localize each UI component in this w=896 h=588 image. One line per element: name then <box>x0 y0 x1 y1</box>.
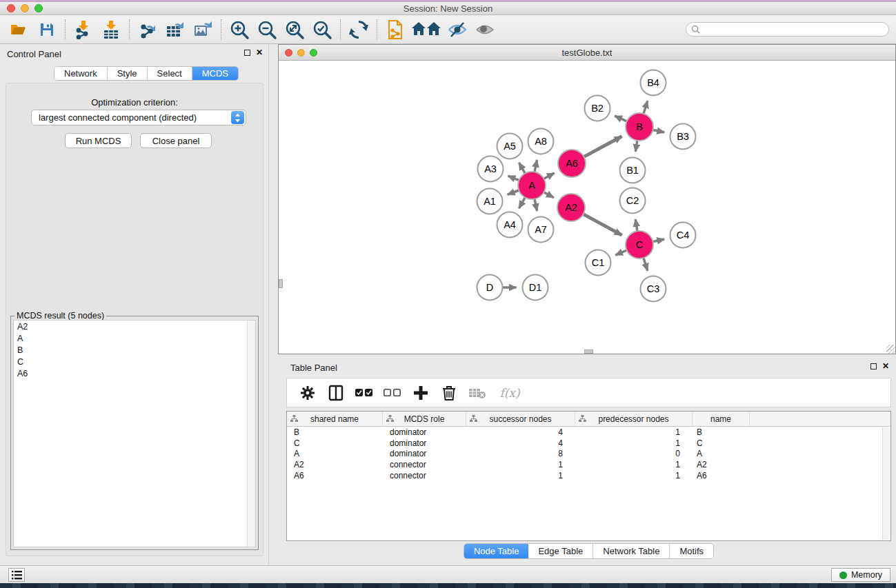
node-C4[interactable]: C4 <box>670 223 696 248</box>
home-icon[interactable] <box>411 19 441 41</box>
node-A1[interactable]: A1 <box>477 189 503 214</box>
zoom-out-icon[interactable] <box>255 19 279 41</box>
close-panel-icon[interactable]: ✕ <box>256 49 263 56</box>
cell[interactable]: A6 <box>287 471 383 480</box>
edge-A6-B[interactable] <box>582 136 622 158</box>
cell[interactable]: 8 <box>466 449 575 458</box>
network-canvas[interactable]: AA1A2A3A4A5A6A7A8BB1B2B3B4CC1C2C3C4DD1 <box>279 61 895 354</box>
network-vscroll-thumb[interactable] <box>279 279 283 288</box>
table-row[interactable]: Adominator80A <box>287 449 890 460</box>
node-table[interactable]: shared nameMCDS rolesuccessor nodesprede… <box>286 411 891 541</box>
tab-network-table[interactable]: Network Table <box>593 544 670 558</box>
cell[interactable]: B <box>693 427 750 437</box>
column-settings-icon[interactable] <box>326 383 346 403</box>
close-table-panel-icon[interactable]: ✕ <box>882 363 889 369</box>
show-details-eye-icon[interactable] <box>473 19 497 41</box>
cell[interactable]: 1 <box>466 460 575 469</box>
tab-edge-table[interactable]: Edge Table <box>528 544 593 558</box>
cell[interactable]: 1 <box>466 471 575 480</box>
table-row[interactable]: A6connector11A6 <box>287 470 890 481</box>
node-C[interactable]: C <box>626 231 653 258</box>
table-scrollbar[interactable] <box>882 427 890 540</box>
network-window-titlebar[interactable]: testGlobe.txt <box>279 45 895 61</box>
tab-node-table[interactable]: Node Table <box>464 544 529 558</box>
node-C2[interactable]: C2 <box>620 188 646 214</box>
node-A4[interactable]: A4 <box>497 212 523 238</box>
tab-style[interactable]: Style <box>108 67 148 80</box>
column-header-predecessor-nodes[interactable]: predecessor nodes <box>575 412 693 426</box>
memory-button[interactable]: Memory <box>831 568 890 582</box>
table-row[interactable]: Bdominator41B <box>287 427 890 438</box>
result-item[interactable]: B <box>14 344 255 356</box>
add-icon[interactable] <box>411 383 430 403</box>
cell[interactable]: A6 <box>693 471 750 480</box>
tab-mcds[interactable]: MCDS <box>192 67 238 80</box>
cell[interactable]: dominator <box>383 427 466 437</box>
cell[interactable]: dominator <box>383 438 466 448</box>
column-header-shared-name[interactable]: shared name <box>287 412 383 426</box>
network-graph[interactable]: AA1A2A3A4A5A6A7A8BB1B2B3B4CC1C2C3C4DD1 <box>279 61 895 354</box>
cell[interactable]: connector <box>383 460 466 469</box>
column-header-successor-nodes[interactable]: successor nodes <box>466 412 575 426</box>
node-B4[interactable]: B4 <box>641 70 666 96</box>
zoom-fit-icon[interactable] <box>283 19 306 41</box>
search-input[interactable] <box>700 23 888 35</box>
run-mcds-button[interactable]: Run MCDS <box>65 133 132 148</box>
node-D1[interactable]: D1 <box>523 275 548 301</box>
result-item[interactable]: A <box>14 332 255 344</box>
task-history-button[interactable] <box>8 568 25 582</box>
node-B[interactable]: B <box>626 113 653 141</box>
node-C1[interactable]: C1 <box>586 250 611 276</box>
zoom-in-icon[interactable] <box>228 19 251 41</box>
zoom-selected-icon[interactable] <box>310 19 334 41</box>
result-scrollbar[interactable] <box>247 321 255 547</box>
node-A2[interactable]: A2 <box>557 194 585 221</box>
edge-A2-C[interactable] <box>581 213 622 235</box>
resize-grip-icon[interactable] <box>886 345 895 354</box>
cell[interactable]: A <box>287 449 383 458</box>
delete-icon[interactable] <box>439 383 459 403</box>
result-item[interactable]: C <box>14 356 255 367</box>
open-file-icon[interactable] <box>8 19 31 41</box>
result-item[interactable]: A2 <box>14 321 255 332</box>
cell[interactable]: B <box>287 427 383 437</box>
new-network-from-file-icon[interactable] <box>384 19 407 41</box>
node-A8[interactable]: A8 <box>528 129 554 154</box>
cell[interactable]: C <box>693 438 750 448</box>
import-table-icon[interactable] <box>99 19 123 41</box>
column-header-name[interactable]: name <box>693 412 750 426</box>
cell[interactable]: dominator <box>383 449 466 458</box>
cell[interactable]: 1 <box>575 438 693 448</box>
save-session-icon[interactable] <box>35 19 59 41</box>
cell[interactable]: 4 <box>466 427 575 437</box>
node-A5[interactable]: A5 <box>497 134 523 159</box>
import-network-icon[interactable] <box>72 19 95 41</box>
float-table-panel-icon[interactable] <box>870 363 877 369</box>
table-row[interactable]: A2connector11A2 <box>287 459 890 470</box>
node-D[interactable]: D <box>477 275 503 301</box>
cell[interactable]: 1 <box>575 427 693 437</box>
table-row[interactable]: Cdominator41C <box>287 438 890 449</box>
cell[interactable]: connector <box>383 471 466 480</box>
column-header-MCDS-role[interactable]: MCDS role <box>383 412 466 426</box>
tab-network[interactable]: Network <box>54 67 108 80</box>
mcds-result-list[interactable]: A2ABCA6 <box>13 320 256 547</box>
node-A7[interactable]: A7 <box>528 217 554 243</box>
node-B2[interactable]: B2 <box>585 96 610 121</box>
cell[interactable]: 4 <box>466 438 575 448</box>
select-all-checkboxes-icon[interactable] <box>355 383 374 403</box>
cell[interactable]: A2 <box>287 460 383 469</box>
delete-table-icon[interactable] <box>468 383 487 403</box>
float-panel-icon[interactable] <box>244 50 250 56</box>
node-A[interactable]: A <box>518 172 546 199</box>
export-table-icon[interactable] <box>163 19 187 41</box>
export-image-icon[interactable] <box>191 19 215 41</box>
network-hscroll-thumb[interactable] <box>584 349 593 354</box>
optimization-criterion-dropdown[interactable]: largest connected component (directed) <box>31 110 246 125</box>
tab-select[interactable]: Select <box>148 67 192 80</box>
cell[interactable]: 1 <box>575 471 693 480</box>
deselect-all-checkboxes-icon[interactable] <box>383 383 402 403</box>
result-item[interactable]: A6 <box>14 367 255 379</box>
cell[interactable]: A2 <box>693 460 750 469</box>
cell[interactable]: A <box>693 449 750 458</box>
